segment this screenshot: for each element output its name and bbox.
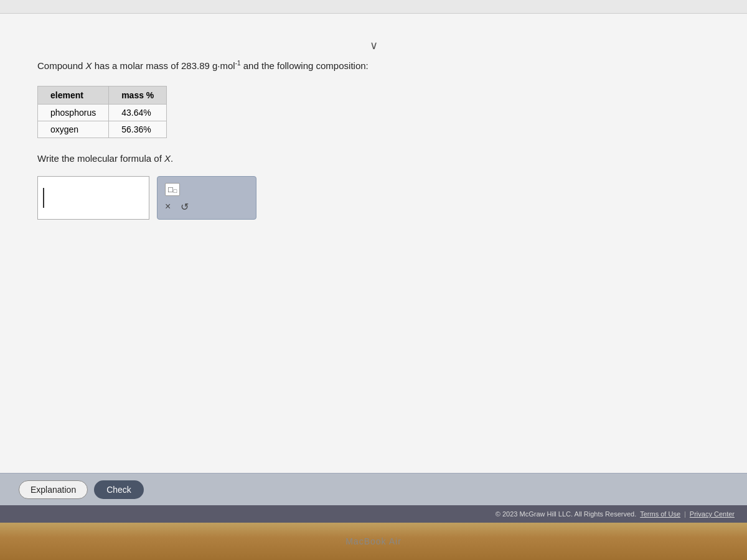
privacy-link[interactable]: Privacy Center — [690, 510, 735, 518]
clear-button[interactable]: × — [165, 201, 171, 212]
top-bar — [0, 0, 747, 14]
formula-input-box[interactable] — [37, 176, 149, 220]
subscript-sub-icon: □ — [174, 188, 177, 194]
element-phosphorus: phosphorus — [38, 104, 109, 121]
col-mass-percent: mass % — [109, 86, 167, 104]
unit-exponent: -1 — [235, 60, 241, 67]
check-button[interactable]: Check — [94, 480, 144, 499]
screen: ∨ Compound X has a molar mass of 283.89 … — [0, 0, 747, 523]
table-row: oxygen 56.36% — [38, 121, 167, 138]
write-label: Write the molecular formula of X. — [37, 153, 710, 164]
chevron-area: ∨ — [37, 39, 710, 52]
subscript-button[interactable]: □□ — [165, 183, 180, 196]
formula-editor-popup: □□ × ↺ — [157, 176, 256, 220]
undo-button[interactable]: ↺ — [181, 201, 189, 213]
macbook-bottom-bezel: MacBook Air — [0, 523, 747, 560]
subscript-base-icon: □ — [168, 185, 173, 194]
formula-editor-top: □□ — [165, 183, 248, 196]
macbook-label: MacBook Air — [345, 536, 402, 546]
explanation-button[interactable]: Explanation — [19, 480, 88, 499]
bottom-bar: Explanation Check — [0, 473, 747, 505]
mass-phosphorus: 43.64% — [109, 104, 167, 121]
copyright-text: © 2023 McGraw Hill LLC. All Rights Reser… — [496, 510, 636, 518]
footer-divider: | — [684, 510, 686, 518]
problem-statement: Compound X has a molar mass of 283.89 g·… — [37, 58, 710, 73]
text-cursor — [43, 188, 44, 208]
footer-bar: © 2023 McGraw Hill LLC. All Rights Reser… — [0, 505, 747, 523]
col-element: element — [38, 86, 109, 104]
element-oxygen: oxygen — [38, 121, 109, 138]
mass-oxygen: 56.36% — [109, 121, 167, 138]
answer-area: □□ × ↺ — [37, 176, 710, 220]
terms-link[interactable]: Terms of Use — [640, 510, 680, 518]
chevron-button[interactable]: ∨ — [370, 39, 378, 52]
formula-editor-actions: × ↺ — [165, 201, 248, 213]
composition-table: element mass % phosphorus 43.64% oxygen … — [37, 86, 167, 138]
table-row: phosphorus 43.64% — [38, 104, 167, 121]
main-content: ∨ Compound X has a molar mass of 283.89 … — [0, 14, 747, 473]
